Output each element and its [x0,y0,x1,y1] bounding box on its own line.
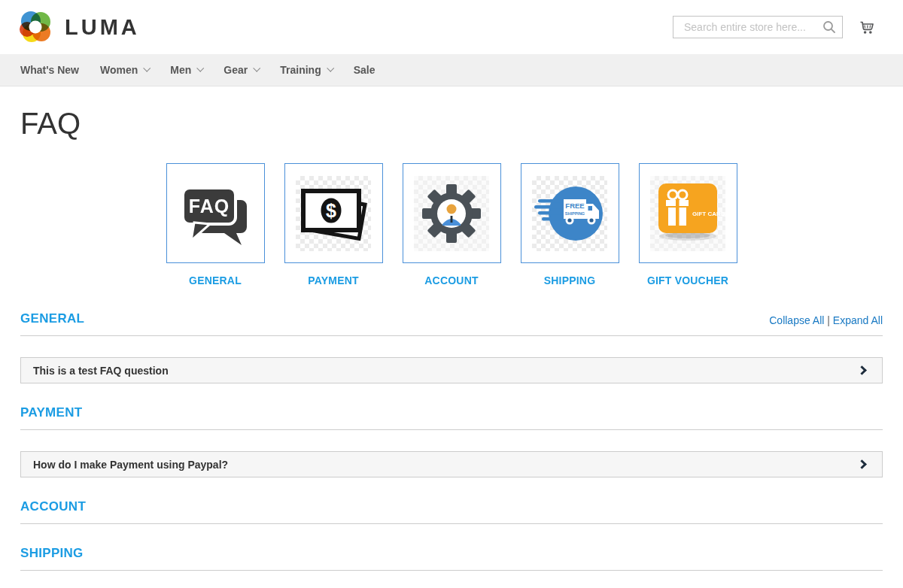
nav-item-whats-new[interactable]: What's New [10,54,90,86]
card-label: GENERAL [166,274,265,286]
section-title: GENERAL [20,311,84,326]
card-frame [403,163,501,263]
cart-icon[interactable] [858,18,876,36]
category-card-gift-voucher[interactable]: GIFT CARD GIFT VOUCHER [639,163,737,286]
nav-item-women[interactable]: Women [90,54,160,86]
section-title: ACCOUNT [20,499,86,514]
card-label: PAYMENT [284,274,383,286]
question-text: How do I make Payment using Paypal? [33,459,228,471]
card-label: ACCOUNT [403,274,501,286]
free-shipping-truck-icon: FREE SHIPPING [532,176,607,251]
faq-section-account: ACCOUNT [20,499,883,524]
chevron-down-icon [327,65,334,72]
question-text: This is a test FAQ question [33,365,169,377]
nav-item-sale[interactable]: Sale [343,54,386,86]
svg-text:GIFT CARD: GIFT CARD [692,211,725,217]
main-nav: What's New Women Men Gear Training Sale [0,54,903,86]
category-card-shipping[interactable]: FREE SHIPPING SHIPPING [521,163,619,286]
svg-text:SHIPPING: SHIPPING [565,211,585,216]
page-header: LUMA [0,0,903,54]
main-content: FAQ FAQ GENERAL [0,107,903,588]
page-title: FAQ [20,107,888,141]
brand-text: LUMA [65,15,140,40]
nav-item-training[interactable]: Training [269,54,342,86]
card-frame: $ [284,163,383,263]
chevron-right-icon [857,365,867,375]
section-header: PAYMENT [20,405,883,430]
gift-card-icon: GIFT CARD [650,176,725,251]
chevron-right-icon [857,459,867,469]
faq-category-cards: FAQ GENERAL $ PAY [166,163,737,286]
card-label: GIFT VOUCHER [639,274,737,286]
section-header: SHIPPING [20,546,883,571]
luma-logo-icon [18,10,53,44]
faq-question-row[interactable]: How do I make Payment using Paypal? [20,451,883,477]
faq-section-payment: PAYMENT How do I make Payment using Payp… [20,405,883,477]
svg-text:FAQ: FAQ [189,195,230,217]
svg-text:FREE: FREE [565,202,584,210]
search-input[interactable] [673,16,843,38]
toolbar-separator: | [827,314,830,326]
nav-item-men[interactable]: Men [160,54,213,86]
section-title: PAYMENT [20,405,82,420]
money-bills-icon: $ [296,176,371,251]
faq-sections: GENERAL Collapse All | Expand All This i… [15,311,888,588]
chevron-down-icon [144,65,151,72]
accordion-toolbar: Collapse All | Expand All [769,314,883,326]
section-header: ACCOUNT [20,499,883,524]
nav-item-gear[interactable]: Gear [213,54,269,86]
category-card-general[interactable]: FAQ GENERAL [166,163,265,286]
category-card-account[interactable]: ACCOUNT [403,163,501,286]
luma-logo[interactable]: LUMA [18,10,140,44]
chevron-down-icon [197,65,205,72]
card-frame: FREE SHIPPING [521,163,619,263]
section-title: SHIPPING [20,546,84,561]
card-label: SHIPPING [521,274,619,286]
expand-all-link[interactable]: Expand All [833,314,883,326]
faq-section-general: GENERAL Collapse All | Expand All This i… [20,311,883,383]
card-frame: FAQ [166,163,265,263]
collapse-all-link[interactable]: Collapse All [769,314,824,326]
faq-section-shipping: SHIPPING [20,546,883,571]
faq-speech-bubbles-icon: FAQ [178,176,253,251]
chevron-down-icon [254,65,261,72]
svg-text:$: $ [326,200,336,221]
faq-question-row[interactable]: This is a test FAQ question [20,357,883,383]
user-gear-icon [414,176,489,251]
card-frame: GIFT CARD [639,163,737,263]
search-box [673,16,843,38]
category-card-payment[interactable]: $ PAYMENT [284,163,383,286]
section-header: GENERAL Collapse All | Expand All [20,311,883,336]
search-icon[interactable] [822,20,837,35]
